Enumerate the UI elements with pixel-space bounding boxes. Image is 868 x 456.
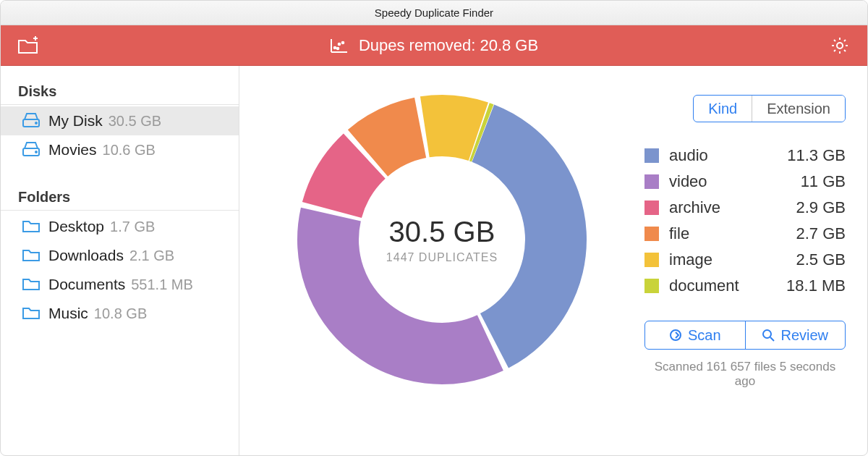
legend-swatch xyxy=(644,200,659,215)
legend-name: audio xyxy=(669,146,787,165)
review-label: Review xyxy=(780,327,828,344)
sidebar-item-size: 10.6 GB xyxy=(103,142,156,159)
gear-icon xyxy=(830,36,849,55)
legend-value: 2.7 GB xyxy=(796,224,846,243)
donut-slice[interactable] xyxy=(297,208,503,384)
segment-extension[interactable]: Extension xyxy=(752,96,845,122)
legend-name: document xyxy=(669,276,786,295)
sidebar-item-label: My Disk xyxy=(48,112,103,130)
sidebar-item-size: 1.7 GB xyxy=(110,219,155,235)
legend-row[interactable]: document18.1 MB xyxy=(644,273,846,299)
scan-label: Scan xyxy=(688,327,721,344)
sidebar-disk-item[interactable]: Movies10.6 GB xyxy=(1,135,239,164)
toolbar-status: Dupes removed: 20.8 GB xyxy=(40,36,828,55)
legend-swatch xyxy=(644,253,659,267)
svg-point-10 xyxy=(35,122,37,124)
svg-point-5 xyxy=(339,43,341,45)
segmented-control: Kind Extension xyxy=(693,95,846,122)
scan-button[interactable]: Scan xyxy=(645,321,745,349)
legend: audio11.3 GBvideo11 GBarchive2.9 GBfile2… xyxy=(644,143,846,299)
sidebar-heading-disks: Disks xyxy=(1,83,239,105)
add-folder-button[interactable] xyxy=(17,34,40,57)
sidebar-folder-item[interactable]: Music10.8 GB xyxy=(1,299,239,328)
legend-value: 11 GB xyxy=(801,172,846,191)
sidebar-heading-folders: Folders xyxy=(1,189,239,211)
status-prefix: Dupes removed: xyxy=(359,36,480,54)
segment-kind[interactable]: Kind xyxy=(694,96,752,122)
legend-value: 18.1 MB xyxy=(786,276,846,295)
legend-swatch xyxy=(644,279,659,293)
status-value: 20.8 GB xyxy=(480,36,538,54)
sidebar: Disks My Disk30.5 GBMovies10.6 GB Folder… xyxy=(1,66,239,455)
disk-icon xyxy=(22,142,41,158)
svg-point-12 xyxy=(35,151,37,153)
chart-icon xyxy=(330,38,349,54)
main-panel: 30.5 GB 1447 DUPLICATES Kind Extension a… xyxy=(239,66,867,455)
legend-name: file xyxy=(669,224,796,243)
review-button[interactable]: Review xyxy=(745,321,846,349)
sidebar-item-size: 551.1 MB xyxy=(131,276,193,293)
settings-button[interactable] xyxy=(828,34,851,57)
svg-point-7 xyxy=(342,41,344,43)
sidebar-item-label: Music xyxy=(48,305,88,322)
legend-swatch xyxy=(644,227,659,241)
donut-slice[interactable] xyxy=(472,104,587,368)
folder-icon xyxy=(22,248,41,263)
svg-point-6 xyxy=(337,47,339,49)
sidebar-folder-item[interactable]: Desktop1.7 GB xyxy=(1,212,239,241)
legend-row[interactable]: video11 GB xyxy=(644,169,846,195)
legend-name: image xyxy=(669,250,796,269)
legend-name: archive xyxy=(669,198,796,217)
sidebar-item-label: Downloads xyxy=(48,247,124,264)
sidebar-item-size: 30.5 GB xyxy=(109,113,161,130)
sidebar-folder-item[interactable]: Documents551.1 MB xyxy=(1,270,239,299)
toolbar: Dupes removed: 20.8 GB xyxy=(1,25,867,66)
folder-icon xyxy=(22,305,41,321)
folder-icon xyxy=(22,276,41,292)
sidebar-item-label: Movies xyxy=(48,141,97,159)
legend-value: 11.3 GB xyxy=(787,146,846,165)
sidebar-item-size: 2.1 GB xyxy=(129,248,174,264)
folder-icon xyxy=(22,219,41,235)
legend-swatch xyxy=(644,148,659,163)
legend-row[interactable]: image2.5 GB xyxy=(644,247,846,273)
sidebar-disk-item[interactable]: My Disk30.5 GB xyxy=(1,106,239,135)
svg-line-15 xyxy=(770,337,774,341)
legend-value: 2.5 GB xyxy=(796,250,846,269)
disk-icon xyxy=(22,113,41,129)
svg-point-8 xyxy=(837,43,843,48)
action-buttons: Scan Review xyxy=(644,321,846,350)
scan-status-text: Scanned 161 657 files 5 seconds ago xyxy=(644,360,846,389)
legend-row[interactable]: file2.7 GB xyxy=(644,221,846,247)
legend-row[interactable]: archive2.9 GB xyxy=(644,195,846,221)
sidebar-item-label: Desktop xyxy=(48,218,104,235)
legend-name: video xyxy=(669,172,801,191)
svg-point-4 xyxy=(334,46,336,48)
legend-swatch xyxy=(644,174,659,189)
donut-chart: 30.5 GB 1447 DUPLICATES xyxy=(290,88,594,392)
search-icon xyxy=(762,329,775,342)
sidebar-item-size: 10.8 GB xyxy=(94,305,147,322)
scan-icon xyxy=(669,329,682,342)
sidebar-item-label: Documents xyxy=(48,276,125,293)
sidebar-folder-item[interactable]: Downloads2.1 GB xyxy=(1,241,239,270)
window-title: Speedy Duplicate Finder xyxy=(1,1,867,25)
legend-row[interactable]: audio11.3 GB xyxy=(644,143,846,169)
svg-point-14 xyxy=(763,330,771,338)
legend-value: 2.9 GB xyxy=(796,198,846,217)
